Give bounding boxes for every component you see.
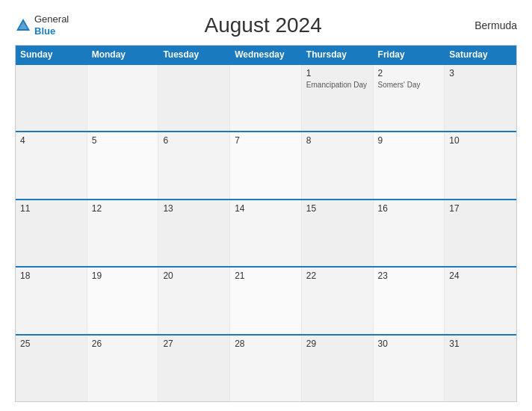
day-cell: [87, 65, 159, 131]
day-cell: [230, 65, 302, 131]
day-cell-aug1: 1 Emancipation Day: [302, 65, 374, 131]
day-cell: 21: [230, 268, 302, 333]
day-cell: 17: [445, 200, 516, 266]
day-cell: 31: [445, 336, 516, 401]
day-cell: 22: [302, 268, 374, 333]
region: Bermuda: [457, 19, 517, 31]
day-cell: 19: [87, 268, 159, 333]
day-cell-aug2: 2 Somers' Day: [374, 65, 445, 131]
day-cell: 20: [158, 268, 230, 333]
day-cell: 15: [302, 200, 374, 266]
weeks: 1 Emancipation Day 2 Somers' Day 3 4 5 6…: [16, 64, 516, 401]
day-header-friday: Friday: [374, 46, 445, 64]
day-header-thursday: Thursday: [302, 46, 374, 64]
logo: General Blue: [15, 13, 69, 37]
day-cell: 27: [158, 336, 230, 401]
day-cell: 25: [16, 336, 87, 401]
day-headers-row: Sunday Monday Tuesday Wednesday Thursday…: [16, 46, 516, 64]
week-row-5: 25 26 27 28 29 30 31: [16, 334, 516, 401]
day-header-wednesday: Wednesday: [230, 46, 302, 64]
day-cell: 9: [374, 132, 445, 198]
logo-icon: [15, 17, 31, 34]
day-cell: 14: [230, 200, 302, 266]
day-cell: 28: [230, 336, 302, 401]
logo-blue: Blue: [34, 25, 69, 37]
calendar: Sunday Monday Tuesday Wednesday Thursday…: [15, 45, 517, 402]
week-row-3: 11 12 13 14 15 16 17: [16, 199, 516, 266]
day-cell: 30: [374, 336, 445, 401]
day-header-tuesday: Tuesday: [158, 46, 230, 64]
day-cell: [16, 65, 87, 131]
day-cell: 23: [374, 268, 445, 333]
logo-general: General: [34, 13, 69, 25]
day-cell: 6: [158, 132, 230, 198]
day-header-monday: Monday: [87, 46, 159, 64]
day-cell: 24: [445, 268, 516, 333]
day-header-saturday: Saturday: [445, 46, 516, 64]
day-cell: 5: [87, 132, 159, 198]
day-cell: 16: [374, 200, 445, 266]
page: General Blue August 2024 Bermuda Sunday …: [0, 0, 532, 411]
week-row-1: 1 Emancipation Day 2 Somers' Day 3: [16, 64, 516, 131]
day-cell: 26: [87, 336, 159, 401]
day-cell: 8: [302, 132, 374, 198]
day-cell-aug3: 3: [445, 65, 516, 131]
day-header-sunday: Sunday: [16, 46, 87, 64]
header: General Blue August 2024 Bermuda: [15, 13, 517, 37]
day-cell: 12: [87, 200, 159, 266]
day-cell: 29: [302, 336, 374, 401]
logo-text: General Blue: [34, 13, 69, 37]
month-title: August 2024: [69, 13, 457, 37]
day-cell: 4: [16, 132, 87, 198]
day-cell: 11: [16, 200, 87, 266]
week-row-4: 18 19 20 21 22 23 24: [16, 266, 516, 333]
day-cell: 7: [230, 132, 302, 198]
day-cell: 13: [158, 200, 230, 266]
day-cell: [158, 65, 230, 131]
day-cell: 18: [16, 268, 87, 333]
day-cell: 10: [445, 132, 516, 198]
week-row-2: 4 5 6 7 8 9 10: [16, 131, 516, 198]
